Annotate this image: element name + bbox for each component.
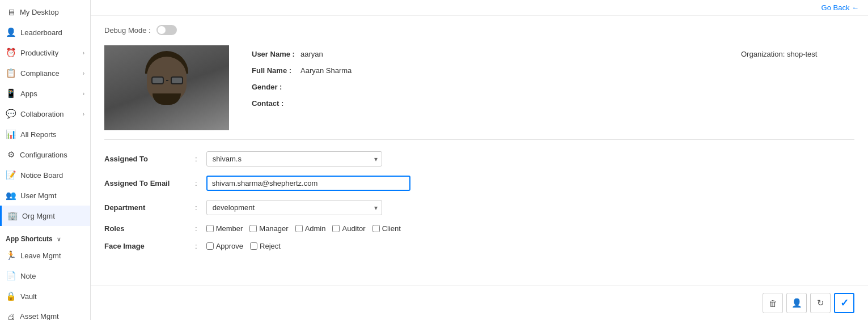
colon: : — [195, 155, 197, 163]
colon: : — [195, 242, 197, 250]
assigned-to-select-wrapper: shivam.s — [206, 151, 382, 167]
productivity-icon: ⏰ — [6, 48, 16, 58]
sidebar-item-all-reports[interactable]: 📊 All Reports — [0, 124, 90, 144]
compliance-icon: 📋 — [6, 68, 16, 78]
debug-mode-label: Debug Mode : — [104, 26, 151, 35]
user-name-value: aaryan — [300, 50, 323, 58]
debug-mode-toggle[interactable] — [156, 25, 177, 35]
go-back-link[interactable]: Go Back ← — [822, 3, 859, 12]
glass-left — [151, 76, 164, 84]
user-button[interactable]: 👤 — [786, 293, 807, 313]
department-select[interactable]: development — [206, 200, 382, 215]
contact-label: Contact : — [252, 99, 297, 108]
profile-center: User Name : aaryan Full Name : Aaryan Sh… — [229, 45, 741, 130]
content-area: Debug Mode : — [91, 16, 868, 285]
app-shortcuts-label: App Shortcuts — [6, 235, 53, 243]
sidebar-item-leave-mgmt[interactable]: 🏃 Leave Mgmt — [0, 245, 90, 266]
role-auditor[interactable]: Auditor — [332, 224, 365, 233]
sidebar-item-notice-board[interactable]: 📝 Notice Board — [0, 165, 90, 185]
sidebar-item-label: Vault — [20, 292, 37, 301]
full-name-label: Full Name : — [252, 66, 297, 75]
role-client-checkbox[interactable] — [372, 225, 380, 232]
sidebar-item-productivity[interactable]: ⏰ Productivity › — [0, 42, 90, 63]
roles-group: Member Manager Admin Auditor Client — [206, 224, 401, 233]
role-member-checkbox[interactable] — [206, 225, 214, 232]
user-icon: 👤 — [791, 298, 802, 308]
profile-right: Organization: shop-test — [741, 45, 854, 130]
sidebar-item-label: Leaderboard — [20, 28, 62, 37]
role-client[interactable]: Client — [372, 224, 401, 233]
sidebar-item-org-mgmt[interactable]: 🏢 Org Mgmt — [0, 206, 90, 226]
sidebar-item-user-mgmt[interactable]: 👥 User Mgmt — [0, 185, 90, 206]
form-section: Assigned To : shivam.s Assigned To Email… — [104, 151, 535, 250]
sidebar-item-label: Configurations — [20, 151, 67, 159]
face-image-reject-checkbox[interactable] — [250, 242, 257, 250]
sidebar-item-label: Compliance — [20, 69, 60, 78]
face-shape — [147, 57, 187, 102]
face-image-reject[interactable]: Reject — [250, 242, 281, 250]
avatar — [104, 45, 229, 130]
sidebar-item-leaderboard[interactable]: 👤 Leaderboard — [0, 22, 90, 42]
refresh-icon: ↻ — [817, 298, 824, 308]
role-auditor-checkbox[interactable] — [332, 225, 340, 232]
chevron-down-icon: ∨ — [57, 236, 61, 242]
roles-label: Roles — [104, 224, 189, 233]
assigned-to-email-input[interactable] — [212, 179, 405, 187]
profile-row: User Name : aaryan Full Name : Aaryan Sh… — [104, 45, 854, 140]
sidebar-item-apps[interactable]: 📱 Apps › — [0, 83, 90, 104]
app-shortcuts-header[interactable]: App Shortcuts ∨ — [0, 231, 90, 245]
department-select-wrapper: development — [206, 200, 382, 215]
gender-label: Gender : — [252, 83, 297, 91]
role-admin[interactable]: Admin — [295, 224, 326, 233]
sidebar-item-vault[interactable]: 🔒 Vault — [0, 286, 90, 306]
sidebar-item-configurations[interactable]: ⚙ Configurations — [0, 144, 90, 165]
chevron-right-icon: › — [83, 91, 84, 97]
role-manager[interactable]: Manager — [249, 224, 288, 233]
face-image-group: Approve Reject — [206, 242, 281, 250]
desktop-icon: 🖥 — [6, 7, 16, 17]
confirm-icon: ✓ — [840, 297, 849, 309]
role-admin-checkbox[interactable] — [295, 225, 303, 232]
bottom-actions: 🗑 👤 ↻ ✓ — [91, 285, 868, 320]
topbar: Go Back ← — [91, 0, 868, 16]
sidebar-item-label: Collaboration — [20, 110, 64, 118]
sidebar-item-collaboration[interactable]: 💬 Collaboration › — [0, 104, 90, 124]
assigned-to-email-row: Assigned To Email : — [104, 176, 535, 191]
sidebar-item-label: Asset Mgmt — [20, 312, 59, 320]
leaderboard-icon: 👤 — [6, 27, 16, 37]
go-back-label: Go Back ← — [822, 3, 859, 12]
role-manager-checkbox[interactable] — [249, 225, 257, 232]
assigned-to-select[interactable]: shivam.s — [206, 151, 382, 167]
sidebar-item-label: All Reports — [20, 130, 57, 139]
sidebar-item-label: Notice Board — [20, 171, 63, 180]
sidebar: 🖥 My Desktop 👤 Leaderboard ⏰ Productivit… — [0, 0, 91, 320]
confirm-button[interactable]: ✓ — [834, 293, 854, 313]
refresh-button[interactable]: ↻ — [810, 293, 831, 313]
sidebar-item-label: User Mgmt — [20, 191, 57, 200]
sidebar-item-label: Apps — [20, 89, 37, 98]
face-image-approve[interactable]: Approve — [206, 242, 243, 250]
head — [147, 57, 187, 102]
delete-button[interactable]: 🗑 — [763, 293, 783, 313]
notice-icon: 📝 — [6, 170, 16, 180]
users-icon: 👥 — [6, 190, 16, 200]
assigned-to-email-label: Assigned To Email — [104, 179, 189, 187]
collaboration-icon: 💬 — [6, 109, 16, 119]
department-row: Department : development — [104, 200, 535, 215]
assigned-to-row: Assigned To : shivam.s — [104, 151, 535, 167]
glass-bridge — [166, 80, 168, 81]
chevron-right-icon: › — [83, 70, 84, 76]
org-value: shop-test — [787, 50, 817, 58]
sidebar-item-label: My Desktop — [20, 8, 59, 16]
sidebar-item-asset-mgmt[interactable]: 🖨 Asset Mgmt — [0, 306, 90, 320]
sidebar-item-label: Productivity — [20, 49, 58, 57]
assigned-to-email-wrapper — [206, 176, 410, 191]
assigned-to-label: Assigned To — [104, 155, 189, 163]
sidebar-item-compliance[interactable]: 📋 Compliance › — [0, 63, 90, 83]
face-image-approve-checkbox[interactable] — [206, 242, 214, 250]
role-member[interactable]: Member — [206, 224, 243, 233]
sidebar-item-note[interactable]: 📄 Note — [0, 266, 90, 286]
note-icon: 📄 — [6, 271, 16, 281]
sidebar-item-my-desktop[interactable]: 🖥 My Desktop — [0, 2, 90, 22]
colon: : — [195, 224, 197, 233]
